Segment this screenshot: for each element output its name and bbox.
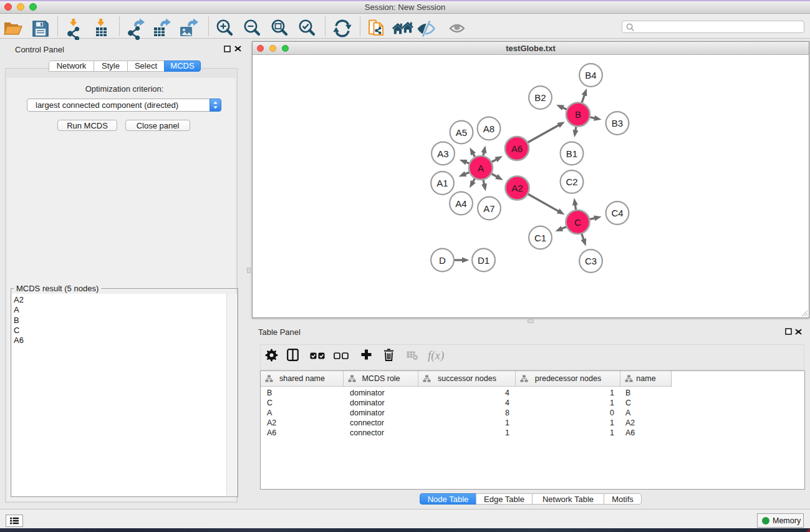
svg-text:A6: A6 (511, 143, 523, 154)
svg-text:A4: A4 (455, 198, 466, 209)
svg-text:D1: D1 (478, 255, 489, 266)
svg-text:A8: A8 (483, 123, 494, 134)
svg-text:A3: A3 (437, 148, 448, 159)
svg-text:B2: B2 (534, 92, 546, 103)
svg-text:B1: B1 (566, 148, 577, 159)
svg-text:C: C (574, 217, 581, 228)
svg-text:C4: C4 (611, 208, 623, 218)
svg-text:B3: B3 (612, 118, 623, 128)
svg-text:C3: C3 (585, 256, 597, 266)
svg-text:C1: C1 (534, 233, 546, 243)
svg-text:D: D (439, 255, 446, 266)
svg-text:B4: B4 (585, 70, 596, 80)
svg-text:A2: A2 (511, 183, 523, 193)
svg-text:A7: A7 (483, 203, 494, 214)
svg-text:B: B (575, 109, 581, 120)
svg-text:A1: A1 (436, 178, 448, 188)
svg-text:A: A (478, 163, 484, 173)
svg-text:A5: A5 (456, 127, 467, 138)
svg-text:C2: C2 (566, 177, 577, 187)
